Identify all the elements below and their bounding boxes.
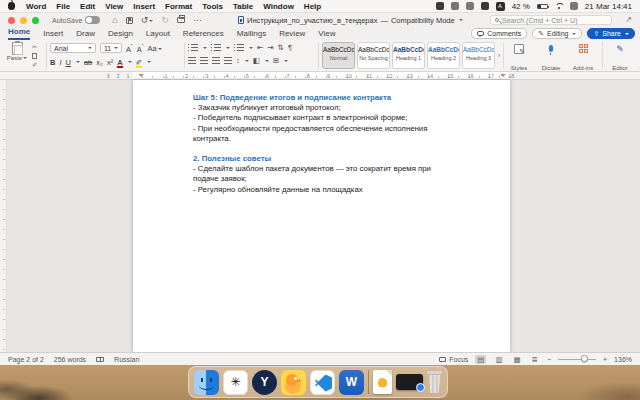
superscript-button[interactable]: x²	[107, 58, 113, 67]
show-marks-icon[interactable]: ¶	[288, 43, 292, 52]
draft-view-button[interactable]: ≣	[530, 355, 540, 364]
status-app-icon[interactable]	[451, 2, 459, 10]
bold-button[interactable]: B	[50, 58, 55, 67]
italic-button[interactable]: I	[59, 58, 61, 67]
outline-view-button[interactable]: ▦	[512, 355, 523, 364]
search-input[interactable]: Search (Cmd + Ctrl + U)	[490, 15, 612, 25]
ribbon-tab[interactable]: Mailings	[237, 29, 266, 40]
justify-icon[interactable]	[224, 57, 232, 64]
screenshot-preview-icon[interactable]	[396, 374, 423, 390]
cut-icon[interactable]: ✂	[32, 43, 37, 51]
control-center-icon[interactable]	[570, 2, 578, 10]
copy-icon[interactable]	[32, 53, 37, 59]
save-icon[interactable]	[126, 17, 133, 24]
chatgpt-icon[interactable]: ✳	[223, 370, 248, 395]
menu-item[interactable]: Insert	[133, 2, 155, 11]
ribbon-tab[interactable]: Layout	[146, 29, 170, 40]
paste-button[interactable]: Paste	[5, 42, 29, 62]
grow-font-button[interactable]: Aˆ	[126, 43, 133, 54]
ribbon-tab[interactable]: Design	[108, 29, 133, 40]
ribbon-tab[interactable]: View	[318, 29, 335, 40]
word-app-icon[interactable]: W	[339, 370, 364, 395]
ribbon-tab[interactable]: Home	[8, 27, 30, 40]
word-count[interactable]: 256 words	[54, 356, 86, 363]
menu-item[interactable]: Tools	[202, 2, 223, 11]
dictate-button[interactable]: Dictate	[538, 42, 564, 74]
yandex-browser-icon[interactable]: Y	[252, 370, 277, 395]
zoom-window-button[interactable]	[32, 17, 39, 24]
zoom-in-button[interactable]: +	[603, 356, 607, 363]
cyberduck-icon[interactable]	[281, 370, 306, 395]
keyboard-layout-icon[interactable]: A	[496, 2, 505, 11]
editor-button[interactable]: ✎ Editor	[609, 42, 631, 74]
finder-icon[interactable]	[194, 370, 219, 395]
ribbon-tab[interactable]: Insert	[43, 29, 63, 40]
sort-icon[interactable]: ⇅	[278, 43, 284, 52]
apple-menu-icon[interactable]	[8, 2, 15, 10]
style-card[interactable]: AaBbCcDdEe Heading 3	[462, 42, 495, 69]
editing-dropdown[interactable]: ✎ Editing	[532, 28, 582, 39]
proofing-icon[interactable]	[96, 357, 104, 362]
menu-item[interactable]: Table	[233, 2, 253, 11]
ribbon-tab[interactable]: Draw	[76, 29, 95, 40]
doc-paragraph[interactable]: Шаг 5: Подведение итогов и подписание ко…	[193, 93, 458, 103]
doc-paragraph[interactable]: - Победитель подписывает контракт в элек…	[193, 113, 458, 123]
compatibility-mode-label[interactable]: Compatibility Mode	[391, 16, 455, 25]
undo-icon[interactable]: ↺	[141, 15, 154, 25]
menu-item[interactable]: View	[105, 2, 123, 11]
trash-icon[interactable]	[427, 371, 442, 393]
print-layout-view-button[interactable]: ▤	[475, 355, 486, 364]
ribbon-tab[interactable]: Review	[279, 29, 305, 40]
style-card[interactable]: AaBbCcDdEe Heading 2	[427, 42, 460, 69]
zoom-percent[interactable]: 136%	[614, 356, 632, 363]
autosave-toggle[interactable]	[85, 16, 100, 24]
menubar-clock[interactable]: 21 Mar 14:41	[585, 2, 632, 11]
change-case-button[interactable]: Aa	[147, 44, 161, 53]
status-app-icon[interactable]	[436, 2, 444, 10]
minimize-window-button[interactable]	[20, 17, 27, 24]
document-file-icon[interactable]	[373, 370, 392, 394]
doc-paragraph[interactable]: - При необходимости предоставляется обес…	[193, 124, 458, 144]
subscript-button[interactable]: x₂	[96, 58, 103, 67]
borders-icon[interactable]: ⊞	[273, 56, 279, 65]
close-window-button[interactable]	[8, 17, 15, 24]
ribbon-tab[interactable]: References	[183, 29, 224, 40]
zoom-out-button[interactable]: −	[547, 356, 551, 363]
vscode-icon[interactable]	[310, 370, 335, 395]
addins-button[interactable]: Add-ins	[570, 42, 596, 74]
doc-paragraph[interactable]: - Заказчик публикует итоговый протокол;	[193, 103, 458, 113]
font-color-button[interactable]: A	[117, 58, 122, 67]
menu-item[interactable]: Word	[26, 2, 46, 11]
shrink-font-button[interactable]: Aˇ	[137, 43, 144, 54]
style-card[interactable]: AaBbCcDdE Heading 1	[392, 42, 425, 69]
share-button[interactable]: ⇧ Share	[587, 28, 635, 39]
comments-button[interactable]: Comments	[471, 28, 527, 39]
menu-item[interactable]: Format	[165, 2, 192, 11]
multilevel-list-icon[interactable]	[234, 44, 244, 51]
align-center-icon[interactable]	[200, 57, 208, 64]
doc-paragraph[interactable]: - Сделайте шаблон пакета документов — эт…	[193, 164, 458, 184]
home-icon[interactable]: ⌂	[112, 15, 117, 25]
zoom-slider[interactable]	[558, 359, 596, 360]
status-app-icon[interactable]	[481, 2, 489, 10]
more-commands-button[interactable]: ···	[193, 15, 202, 25]
share-link-icon[interactable]: ↗	[625, 15, 632, 24]
shading-icon[interactable]: ◧	[253, 56, 260, 65]
highlight-button[interactable]: ✐	[136, 58, 142, 67]
web-layout-view-button[interactable]: ▥	[493, 355, 504, 364]
focus-button[interactable]: Focus	[439, 356, 468, 363]
align-left-icon[interactable]	[188, 57, 196, 64]
align-right-icon[interactable]	[212, 57, 220, 64]
vertical-ruler[interactable]	[0, 80, 7, 352]
decrease-indent-icon[interactable]: ⇤	[257, 43, 263, 52]
language-indicator[interactable]: Russian	[114, 356, 139, 363]
print-icon[interactable]	[177, 17, 185, 23]
page-indicator[interactable]: Page 2 of 2	[8, 356, 44, 363]
font-name-select[interactable]: Arial	[50, 43, 96, 53]
menu-item[interactable]: Window	[263, 2, 294, 11]
status-app-icon[interactable]	[466, 2, 474, 10]
increase-indent-icon[interactable]: ⇥	[267, 43, 273, 52]
doc-paragraph[interactable]: 2. Полезные советы	[193, 154, 458, 164]
doc-paragraph[interactable]: - Регулярно обновляйте данные на площадк…	[193, 185, 458, 195]
line-spacing-icon[interactable]: ↕	[236, 56, 240, 65]
